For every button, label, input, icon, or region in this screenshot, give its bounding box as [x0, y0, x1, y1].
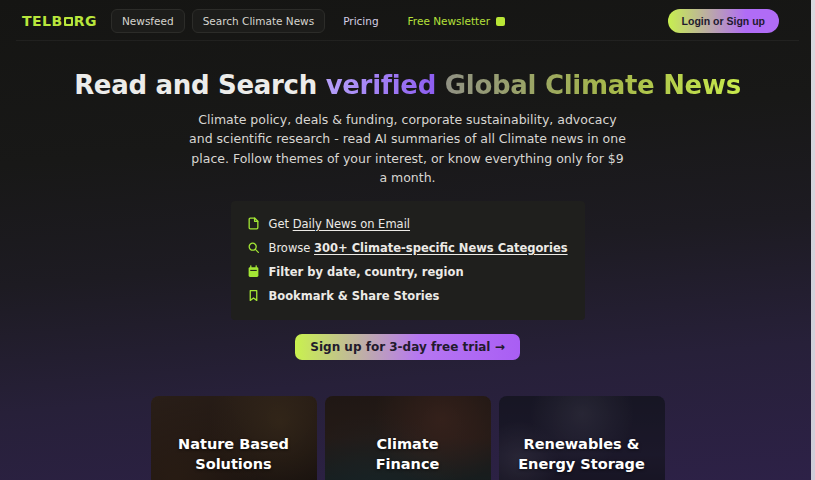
daily-news-email-link[interactable]: Daily News on Email	[293, 217, 410, 231]
nav-item-search-climate-news[interactable]: Search Climate News	[192, 9, 326, 33]
bookmark-icon	[247, 289, 260, 302]
search-icon	[247, 241, 260, 254]
categories-link[interactable]: 300+ Climate-specific News Categories	[314, 241, 568, 255]
card-title: Renewables & Energy Storage	[499, 396, 665, 480]
nav-item-newsfeed[interactable]: Newsfeed	[111, 9, 185, 33]
feature-browse-categories: Browse 300+ Climate-specific News Catego…	[247, 236, 569, 260]
nav-item-free-newsletter[interactable]: Free Newsletter	[397, 9, 516, 33]
login-signup-button[interactable]: Login or Sign up	[668, 9, 779, 33]
feature-bookmark: Bookmark & Share Stories	[247, 284, 569, 308]
document-icon	[247, 217, 260, 230]
feature-text: Browse 300+ Climate-specific News Catego…	[269, 241, 568, 255]
card-title: Climate Finance	[325, 396, 491, 480]
hero-title-plain: Read and Search	[74, 70, 325, 100]
feature-text: Get Daily News on Email	[269, 217, 411, 231]
category-card-renewables-energy-storage[interactable]: Renewables & Energy Storage	[499, 396, 665, 480]
hero-title: Read and Search verified Global Climate …	[0, 70, 815, 100]
feature-filter: Filter by date, country, region	[247, 260, 569, 284]
top-nav: TELB RG Newsfeed Search Climate News Pri…	[16, 4, 799, 41]
nav-item-pricing[interactable]: Pricing	[332, 9, 389, 33]
category-card-nature-based-solutions[interactable]: Nature Based Solutions	[151, 396, 317, 480]
hero-subtitle: Climate policy, deals & funding, corpora…	[188, 110, 628, 188]
logo-text-post: RG	[74, 13, 97, 29]
hero-title-global-climate-news: Global Climate News	[436, 70, 741, 100]
newsletter-label: Free Newsletter	[408, 15, 490, 27]
logo-square-icon	[64, 17, 73, 26]
feature-daily-news: Get Daily News on Email	[247, 212, 569, 236]
hero-title-verified: verified	[326, 70, 436, 100]
category-cards-row-1: Nature Based Solutions Climate Finance R…	[151, 396, 665, 480]
logo-text-pre: TELB	[22, 13, 63, 29]
card-title: Nature Based Solutions	[151, 396, 317, 480]
feature-list-panel: Get Daily News on Email Browse 300+ Clim…	[231, 201, 585, 320]
calendar-filter-icon	[247, 265, 260, 278]
newsletter-badge-icon	[496, 17, 505, 26]
telborg-logo[interactable]: TELB RG	[22, 13, 97, 29]
feature-text: Bookmark & Share Stories	[269, 289, 440, 303]
free-trial-button[interactable]: Sign up for 3-day free trial →	[295, 334, 519, 360]
feature-text: Filter by date, country, region	[269, 265, 464, 279]
window-edge	[811, 0, 815, 480]
category-card-climate-finance[interactable]: Climate Finance	[325, 396, 491, 480]
